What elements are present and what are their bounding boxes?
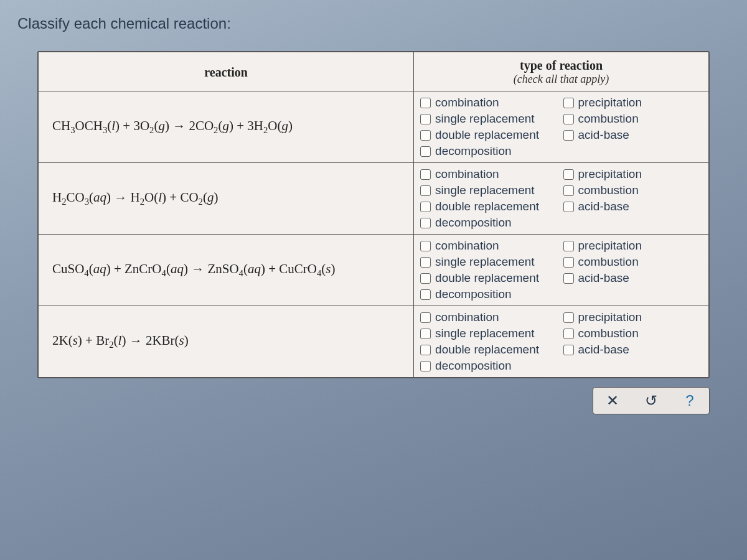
option-label: decomposition xyxy=(435,287,512,301)
option-label: acid-base xyxy=(578,200,629,213)
option-label: combination xyxy=(435,239,499,253)
checkbox-icon[interactable] xyxy=(563,130,574,141)
option-label: double replacement xyxy=(435,200,539,213)
checkbox-icon[interactable] xyxy=(420,289,431,300)
option-precipitation[interactable]: precipitation xyxy=(563,95,702,110)
option-combustion[interactable]: combustion xyxy=(563,326,702,341)
reset-button[interactable]: ↺ xyxy=(632,388,670,414)
option-decomposition[interactable]: decomposition xyxy=(420,287,559,302)
option-label: decomposition xyxy=(435,359,512,373)
option-precipitation[interactable]: precipitation xyxy=(563,238,702,253)
option-combustion[interactable]: combustion xyxy=(563,111,702,126)
option-decomposition[interactable]: decomposition xyxy=(420,215,559,230)
table-row: CuSO4(aq) + ZnCrO4(aq) → ZnSO4(aq) + CuC… xyxy=(39,235,709,306)
checkbox-icon[interactable] xyxy=(563,169,574,180)
option-label: single replacement xyxy=(435,112,534,126)
option-combination[interactable]: combination xyxy=(420,95,559,110)
reaction-cell: H2CO3(aq) → H2O(l) + CO2(g) xyxy=(39,163,414,235)
checkbox-icon[interactable] xyxy=(563,202,574,212)
option-label: precipitation xyxy=(578,239,642,253)
option-label: combination xyxy=(435,167,499,181)
option-label: decomposition xyxy=(435,144,512,158)
option-acid-base[interactable]: acid-base xyxy=(563,271,702,286)
choices-cell: combinationprecipitationsingle replaceme… xyxy=(414,91,709,163)
option-label: double replacement xyxy=(435,271,539,285)
reaction-table: reaction type of reaction (check all tha… xyxy=(37,51,710,378)
option-empty xyxy=(563,294,702,295)
checkbox-icon[interactable] xyxy=(420,361,431,371)
option-precipitation[interactable]: precipitation xyxy=(563,310,702,325)
option-precipitation[interactable]: precipitation xyxy=(563,167,702,182)
header-type: type of reaction (check all that apply) xyxy=(414,52,709,91)
option-decomposition[interactable]: decomposition xyxy=(420,144,559,159)
checkbox-icon[interactable] xyxy=(420,130,431,141)
option-single-replacement[interactable]: single replacement xyxy=(420,111,559,126)
checkbox-icon[interactable] xyxy=(420,273,431,284)
option-label: single replacement xyxy=(435,184,534,197)
option-label: double replacement xyxy=(435,343,539,357)
checkbox-icon[interactable] xyxy=(420,218,431,228)
option-label: decomposition xyxy=(435,216,512,230)
header-type-sub: (check all that apply) xyxy=(419,73,703,86)
option-label: double replacement xyxy=(435,128,539,142)
option-label: acid-base xyxy=(578,271,629,285)
checkbox-icon[interactable] xyxy=(420,241,431,251)
reaction-cell: CuSO4(aq) + ZnCrO4(aq) → ZnSO4(aq) + CuC… xyxy=(39,235,414,306)
option-combination[interactable]: combination xyxy=(420,238,559,253)
choices-cell: combinationprecipitationsingle replaceme… xyxy=(414,306,709,378)
option-acid-base[interactable]: acid-base xyxy=(563,342,702,357)
option-single-replacement[interactable]: single replacement xyxy=(420,183,559,198)
checkbox-icon[interactable] xyxy=(420,329,431,339)
clear-button[interactable]: ✕ xyxy=(593,388,632,414)
checkbox-icon[interactable] xyxy=(563,312,574,323)
option-single-replacement[interactable]: single replacement xyxy=(420,326,559,341)
choices-cell: combinationprecipitationsingle replaceme… xyxy=(414,235,709,306)
choices-cell: combinationprecipitationsingle replaceme… xyxy=(414,163,709,235)
option-single-replacement[interactable]: single replacement xyxy=(420,254,559,269)
checkbox-icon[interactable] xyxy=(563,273,574,284)
checkbox-icon[interactable] xyxy=(563,98,574,108)
checkbox-icon[interactable] xyxy=(563,241,574,251)
checkbox-icon[interactable] xyxy=(420,345,431,355)
table-row: CH3OCH3(l) + 3O2(g) → 2CO2(g) + 3H2O(g)c… xyxy=(39,91,709,163)
option-double-replacement[interactable]: double replacement xyxy=(420,271,559,286)
checkbox-icon[interactable] xyxy=(420,98,431,108)
option-label: combustion xyxy=(578,327,639,340)
checkbox-icon[interactable] xyxy=(563,257,574,268)
question-prompt: Classify each chemical reaction: xyxy=(0,0,747,39)
answer-toolbar: ✕ ↺ ? xyxy=(593,387,710,414)
checkbox-icon[interactable] xyxy=(563,345,574,355)
reaction-cell: CH3OCH3(l) + 3O2(g) → 2CO2(g) + 3H2O(g) xyxy=(39,91,414,163)
option-combustion[interactable]: combustion xyxy=(563,254,702,269)
option-combustion[interactable]: combustion xyxy=(563,183,702,198)
option-combination[interactable]: combination xyxy=(420,310,559,325)
option-label: combustion xyxy=(578,255,639,269)
option-label: precipitation xyxy=(578,310,642,324)
option-acid-base[interactable]: acid-base xyxy=(563,128,702,142)
option-label: combustion xyxy=(578,184,639,197)
option-double-replacement[interactable]: double replacement xyxy=(420,128,559,142)
checkbox-icon[interactable] xyxy=(563,114,574,124)
option-double-replacement[interactable]: double replacement xyxy=(420,199,559,214)
checkbox-icon[interactable] xyxy=(420,169,431,180)
checkbox-icon[interactable] xyxy=(420,146,431,157)
option-label: combination xyxy=(435,310,499,324)
option-decomposition[interactable]: decomposition xyxy=(420,358,559,373)
help-button[interactable]: ? xyxy=(670,388,709,414)
option-label: single replacement xyxy=(435,327,534,340)
checkbox-icon[interactable] xyxy=(420,114,431,124)
option-acid-base[interactable]: acid-base xyxy=(563,199,702,214)
option-double-replacement[interactable]: double replacement xyxy=(420,342,559,357)
option-empty xyxy=(563,365,702,366)
checkbox-icon[interactable] xyxy=(563,329,574,339)
checkbox-icon[interactable] xyxy=(420,257,431,268)
checkbox-icon[interactable] xyxy=(420,202,431,212)
option-label: precipitation xyxy=(578,96,642,110)
option-combination[interactable]: combination xyxy=(420,167,559,182)
option-empty xyxy=(563,151,702,152)
checkbox-icon[interactable] xyxy=(420,312,431,323)
header-reaction: reaction xyxy=(39,52,414,91)
checkbox-icon[interactable] xyxy=(420,185,431,196)
checkbox-icon[interactable] xyxy=(563,185,574,196)
option-label: precipitation xyxy=(578,167,642,181)
